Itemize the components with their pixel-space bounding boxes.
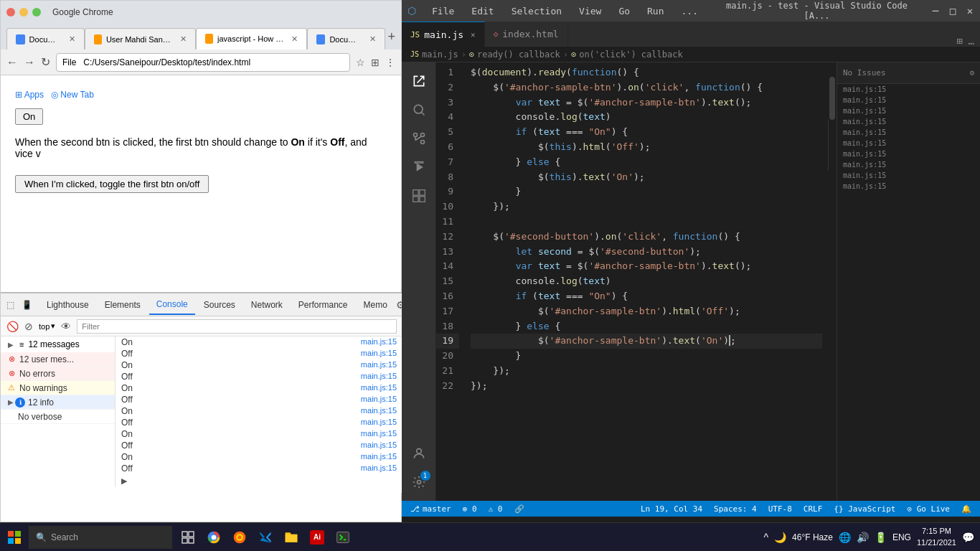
code-content[interactable]: $(document).ready(function() { $('#ancho… — [465, 62, 828, 501]
statusbar-notifications[interactable]: 🔔 — [961, 504, 971, 514]
right-panel-link-3[interactable]: main.js:15 — [837, 105, 980, 116]
sidebar-run-debug-icon[interactable] — [406, 154, 432, 180]
console-expand-all[interactable]: ▶ — [116, 474, 402, 487]
menu-go[interactable]: Go — [614, 4, 634, 18]
taskbar-firefox-icon[interactable] — [227, 523, 253, 552]
val-off5-link[interactable]: main.js:15 — [361, 441, 397, 451]
bookmark-button[interactable]: ☆ — [356, 57, 365, 68]
back-button[interactable]: ← — [6, 56, 18, 69]
minimize-btn[interactable] — [19, 8, 28, 17]
taskbar-tray-expand-icon[interactable]: ^ — [764, 532, 769, 543]
val-on6-link[interactable]: main.js:15 — [361, 452, 397, 462]
console-eye-icon[interactable]: 👁 — [61, 321, 71, 332]
val-off3-link[interactable]: main.js:15 — [361, 395, 397, 405]
new-tab-button[interactable]: + — [388, 29, 396, 44]
val-on2-link[interactable]: main.js:15 — [361, 360, 397, 370]
devtools-tab-network[interactable]: Network — [244, 295, 290, 315]
taskbar-vscode-icon[interactable] — [253, 523, 278, 552]
console-filter-input[interactable] — [77, 319, 397, 334]
vscode-restore-btn[interactable]: □ — [948, 6, 957, 15]
console-level-select[interactable]: top ▾ — [39, 321, 55, 331]
taskbar-explorer-icon[interactable] — [278, 523, 304, 552]
right-panel-link-1[interactable]: main.js:15 — [837, 84, 980, 95]
vscode-scrollbar[interactable]: ████████████████████ ███████████████████… — [828, 62, 837, 501]
val-on4-link[interactable]: main.js:15 — [361, 406, 397, 416]
right-panel-link-2[interactable]: main.js:15 — [837, 95, 980, 105]
browser-tab-js[interactable]: javascript - How to togo ✕ — [196, 28, 307, 50]
statusbar-eol[interactable]: CRLF — [804, 504, 823, 514]
vscode-scrollbar-thumb[interactable] — [829, 77, 835, 120]
taskbar-task-view[interactable] — [175, 523, 201, 552]
statusbar-spaces[interactable]: Spaces: 4 — [714, 504, 757, 514]
taskbar-ai-icon[interactable]: Ai — [304, 523, 330, 552]
right-panel-link-6[interactable]: main.js:15 — [837, 138, 980, 149]
right-panel-link-4[interactable]: main.js:15 — [837, 116, 980, 127]
tab-close-js[interactable]: ✕ — [291, 34, 298, 44]
taskbar-battery-icon[interactable]: 🔋 — [875, 532, 887, 543]
taskbar-clock[interactable]: 7:15 PM 11/21/2021 — [917, 526, 956, 548]
sidebar-extensions-icon[interactable] — [406, 183, 432, 209]
taskbar-volume-icon[interactable]: 🔊 — [857, 532, 869, 543]
val-on1-link[interactable]: main.js:15 — [361, 337, 397, 347]
console-filter-icon[interactable]: ⊘ — [24, 321, 33, 332]
console-messages-group[interactable]: ▶ ≡ 12 messages — [1, 336, 115, 352]
menu-view[interactable]: View — [575, 4, 606, 18]
sidebar-source-control-icon[interactable] — [406, 126, 432, 151]
statusbar-errors[interactable]: ⊗ 0 — [463, 504, 477, 514]
statusbar-warnings[interactable]: ⚠ 0 — [489, 504, 503, 514]
vscode-minimize-btn[interactable]: ─ — [931, 6, 940, 15]
refresh-button[interactable]: ↻ — [41, 55, 50, 69]
apps-link[interactable]: ⊞ Apps — [15, 90, 44, 100]
statusbar-live-share[interactable]: 🔗 — [514, 504, 524, 514]
val-off2-link[interactable]: main.js:15 — [361, 372, 397, 382]
right-panel-link-8[interactable]: main.js:15 — [837, 159, 980, 170]
on-button[interactable]: On — [15, 108, 43, 125]
devtools-tab-memory[interactable]: Memo — [357, 295, 395, 315]
taskbar-network-icon[interactable]: 🌐 — [839, 532, 851, 543]
console-user-messages[interactable]: ⊗ 12 user mes... — [1, 352, 115, 367]
vscode-tab-indexhtml[interactable]: ◇ index.html — [485, 22, 568, 47]
taskbar-notification-icon[interactable]: 💬 — [962, 532, 974, 543]
sidebar-explorer-icon[interactable] — [406, 68, 432, 94]
statusbar-encoding[interactable]: UTF-8 — [768, 504, 792, 514]
devtools-tab-sources[interactable]: Sources — [197, 295, 242, 315]
split-editor-icon[interactable]: ⊞ — [956, 35, 962, 47]
devtools-inspect-icon[interactable]: ⬚ — [6, 300, 14, 310]
val-on5-link[interactable]: main.js:15 — [361, 429, 397, 439]
statusbar-line-col[interactable]: Ln 19, Col 34 — [641, 504, 702, 514]
taskbar-chrome-icon[interactable] — [201, 523, 227, 552]
menu-button[interactable]: ⋮ — [385, 57, 395, 68]
extensions-button[interactable]: ⊞ — [371, 57, 380, 68]
taskbar-search[interactable]: 🔍 Search — [29, 526, 172, 549]
right-panel-settings-icon[interactable]: ⚙ — [969, 68, 974, 77]
start-button[interactable] — [0, 523, 29, 552]
forward-button[interactable]: → — [24, 56, 35, 69]
menu-file[interactable]: File — [428, 4, 458, 18]
browser-tab-document2[interactable]: Document ✕ — [307, 28, 385, 50]
more-tab-actions-icon[interactable]: … — [969, 35, 974, 47]
maximize-btn[interactable] — [32, 8, 41, 17]
new-tab-link[interactable]: ◎ New Tab — [51, 90, 94, 100]
console-no-warnings[interactable]: ⚠ No warnings — [1, 381, 115, 395]
tab-close-user[interactable]: ✕ — [180, 34, 187, 44]
close-btn[interactable] — [6, 8, 15, 17]
tab-close-doc2[interactable]: ✕ — [369, 34, 376, 44]
devtools-tab-lighthouse[interactable]: Lighthouse — [39, 295, 96, 315]
taskbar-weather-icon[interactable]: 🌙 — [774, 532, 786, 543]
statusbar-go-live[interactable]: ⊙ Go Live — [907, 504, 950, 514]
devtools-tab-elements[interactable]: Elements — [98, 295, 148, 315]
browser-tab-document1[interactable]: Document ✕ — [6, 28, 85, 50]
right-panel-link-5[interactable]: main.js:15 — [837, 127, 980, 138]
console-no-errors[interactable]: ⊗ No errors — [1, 367, 115, 381]
statusbar-language[interactable]: {} JavaScript — [834, 504, 895, 514]
menu-run[interactable]: Run — [643, 4, 668, 18]
console-info-group[interactable]: ▶ ℹ 12 info — [1, 395, 115, 410]
sidebar-search-icon[interactable] — [406, 97, 432, 123]
devtools-tab-console[interactable]: Console — [149, 295, 195, 315]
statusbar-source-control[interactable]: ⎇ master — [410, 504, 451, 514]
taskbar-terminal-icon[interactable] — [330, 523, 356, 552]
val-off1-link[interactable]: main.js:15 — [361, 349, 397, 359]
val-on3-link[interactable]: main.js:15 — [361, 383, 397, 393]
right-panel-link-7[interactable]: main.js:15 — [837, 149, 980, 159]
browser-tab-user[interactable]: User Mahdi Saneipour - ✕ — [85, 28, 196, 50]
